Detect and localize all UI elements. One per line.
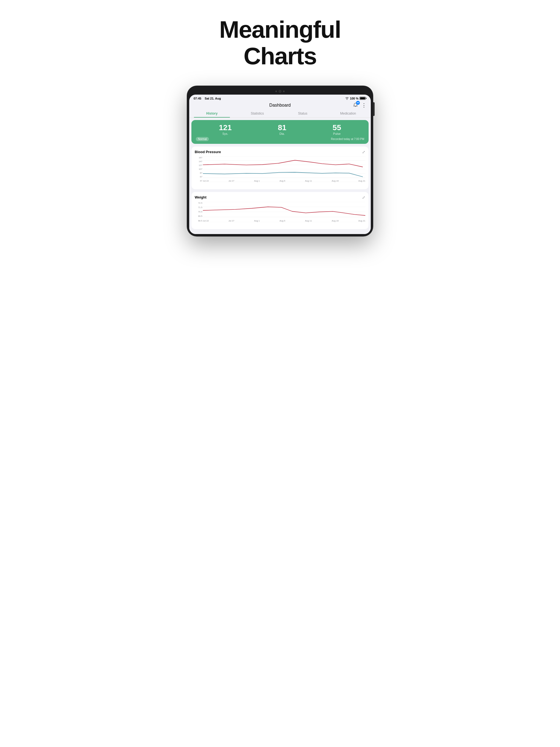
stat-pulse: 55 Pulse — [332, 124, 341, 135]
tab-medication[interactable]: Medication — [325, 109, 371, 118]
stat-dia: 81 Dia. — [278, 124, 286, 135]
y-label-69-5: 69.5 — [195, 215, 202, 217]
weight-chart-title: Weight — [195, 195, 206, 199]
header-right: 30 ⋮ — [352, 101, 366, 109]
x-label-aug21: Aug 21 — [358, 180, 365, 182]
y-label-127: 127 — [195, 164, 202, 166]
dia-label: Dia. — [278, 132, 286, 135]
sys-label: Sys. — [219, 132, 232, 135]
ipad-dot-right — [283, 91, 285, 92]
y-label-68-5: 68.5 — [195, 220, 202, 222]
battery-icon — [360, 97, 366, 100]
tab-statistics[interactable]: Statistics — [235, 109, 280, 118]
app-header: Dashboard 30 ⋮ — [189, 101, 371, 109]
dia-value: 81 — [278, 124, 286, 131]
y-label-72-5: 72.5 — [195, 202, 202, 204]
status-time-date: 07:45 Sat 21. Aug — [194, 97, 221, 100]
wx-label-aug21: Aug 21 — [358, 220, 365, 222]
tabs-bar: History Statistics Status Medication — [189, 109, 371, 118]
weight-y-axis: 72.5 71.5 70.5 69.5 68.5 — [195, 202, 202, 222]
y-label-147: 147 — [195, 160, 202, 163]
weight-chart-inner: Jul 22 Jul 27 Aug 1 Aug 6 Aug 11 Aug 16 … — [203, 202, 365, 222]
ipad-top-bar — [189, 88, 371, 95]
bp-chart-svg — [203, 156, 365, 182]
bp-y-axis: 167 147 127 107 87 67 47 — [195, 156, 202, 182]
stat-sys: 121 Sys. — [219, 124, 232, 135]
weight-chart-card: Weight ⤢ 72.5 71.5 70.5 69.5 68.5 — [192, 192, 368, 229]
wx-label-aug1: Aug 1 — [254, 220, 260, 222]
tab-history[interactable]: History — [189, 109, 235, 118]
hero-title: Meaningful Charts — [219, 17, 341, 70]
status-time: 07:45 — [194, 97, 201, 100]
battery-body — [360, 97, 365, 100]
chart-header-weight: Weight ⤢ — [195, 195, 365, 200]
status-date: Sat 21. Aug — [205, 97, 221, 100]
tab-status[interactable]: Status — [280, 109, 325, 118]
pulse-value: 55 — [332, 124, 341, 131]
bp-chart-title: Blood Pressure — [195, 150, 221, 154]
notification-badge: 30 — [356, 101, 360, 105]
wx-label-jul27: Jul 27 — [229, 220, 234, 222]
weight-line — [203, 207, 365, 215]
y-label-47: 47 — [195, 180, 202, 182]
wx-label-aug6: Aug 6 — [279, 220, 285, 222]
ipad-power-button — [373, 102, 375, 116]
y-label-71-5: 71.5 — [195, 206, 202, 209]
battery-fill — [360, 97, 365, 99]
y-label-70-5: 70.5 — [195, 210, 202, 213]
y-label-87: 87 — [195, 172, 202, 174]
ipad-device: 07:45 Sat 21. Aug 100 % — [187, 86, 373, 236]
battery-percentage: 100 % — [350, 97, 358, 100]
wifi-icon — [345, 97, 349, 100]
diastolic-line — [203, 172, 362, 177]
stats-footer: Normal Recorded today at 7:00 PM — [196, 137, 364, 141]
x-label-jul27: Jul 27 — [229, 180, 234, 182]
x-label-jul22: Jul 22 — [203, 180, 209, 182]
systolic-line — [203, 160, 362, 167]
chart-header-bp: Blood Pressure ⤢ — [195, 150, 365, 154]
x-label-aug6: Aug 6 — [279, 180, 285, 182]
x-label-aug11: Aug 11 — [305, 180, 312, 182]
status-right: 100 % — [345, 97, 366, 100]
bp-expand-icon[interactable]: ⤢ — [362, 150, 365, 154]
wx-label-jul22: Jul 22 — [203, 220, 209, 222]
stats-values: 121 Sys. 81 Dia. 55 Pulse — [196, 124, 364, 135]
page-wrapper: Meaningful Charts 07:45 Sat 21. Aug — [177, 0, 383, 253]
status-badge: Normal — [196, 137, 209, 141]
ipad-screen: 07:45 Sat 21. Aug 100 % — [189, 95, 371, 234]
bp-x-axis: Jul 22 Jul 27 Aug 1 Aug 6 Aug 11 Aug 16 … — [203, 180, 365, 182]
blood-pressure-chart-card: Blood Pressure ⤢ 167 147 127 107 87 67 4… — [192, 147, 368, 189]
y-label-107: 107 — [195, 168, 202, 170]
y-label-167: 167 — [195, 156, 202, 159]
stats-card: 121 Sys. 81 Dia. 55 Pulse Norma — [192, 120, 368, 144]
ipad-camera-area — [275, 90, 285, 93]
recorded-text: Recorded today at 7:00 PM — [331, 137, 364, 140]
app-title: Dashboard — [269, 103, 291, 108]
wx-label-aug16: Aug 16 — [332, 220, 338, 222]
x-label-aug1: Aug 1 — [254, 180, 260, 182]
bp-chart-area: 167 147 127 107 87 67 47 — [195, 156, 365, 186]
ipad-dot-left — [275, 91, 277, 92]
ipad-camera — [279, 90, 281, 93]
wx-label-aug11: Aug 11 — [305, 220, 312, 222]
notification-button[interactable]: 30 — [352, 101, 359, 109]
sys-value: 121 — [219, 124, 232, 131]
weight-expand-icon[interactable]: ⤢ — [362, 195, 365, 200]
y-label-67: 67 — [195, 176, 202, 178]
weight-chart-svg — [203, 202, 365, 222]
weight-chart-area: 72.5 71.5 70.5 69.5 68.5 — [195, 202, 365, 226]
bp-chart-inner: Jul 22 Jul 27 Aug 1 Aug 6 Aug 11 Aug 16 … — [203, 156, 365, 182]
weight-x-axis: Jul 22 Jul 27 Aug 1 Aug 6 Aug 11 Aug 16 … — [203, 220, 365, 222]
more-button[interactable]: ⋮ — [361, 102, 366, 108]
x-label-aug16: Aug 16 — [332, 180, 338, 182]
battery-tip — [366, 98, 366, 99]
pulse-label: Pulse — [332, 132, 341, 135]
status-bar: 07:45 Sat 21. Aug 100 % — [189, 95, 371, 101]
app-content: 121 Sys. 81 Dia. 55 Pulse Norma — [189, 118, 371, 234]
